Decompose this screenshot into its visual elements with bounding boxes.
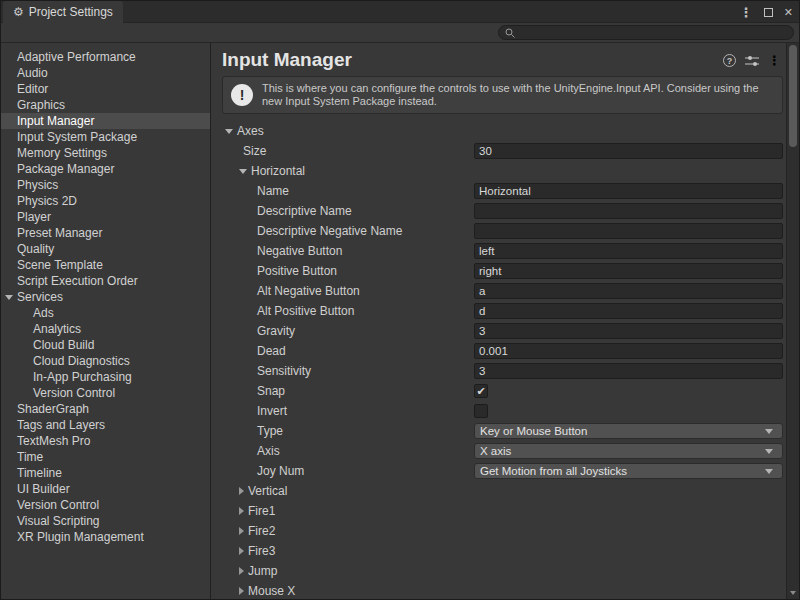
sidebar-item-physics[interactable]: Physics [1, 177, 210, 193]
sidebar-item-ads[interactable]: Ads [1, 305, 210, 321]
sidebar-item-time[interactable]: Time [1, 449, 210, 465]
invert-checkbox[interactable] [474, 404, 488, 418]
sidebar-item-adaptive-performance[interactable]: Adaptive Performance [1, 49, 210, 65]
tab-project-settings[interactable]: ⚙ Project Settings [3, 1, 123, 23]
tree-row-snap: Snap✔ [211, 381, 786, 401]
foldout-vertical[interactable]: Vertical [211, 481, 287, 501]
sidebar-item-label: Package Manager [17, 162, 114, 176]
window-controls: ⋮ ✕ [740, 1, 793, 23]
foldout-collapsed-icon[interactable] [239, 527, 244, 535]
label-positive-button: Positive Button [211, 261, 337, 281]
sidebar-item-shadergraph[interactable]: ShaderGraph [1, 401, 210, 417]
scroll-down-icon[interactable] [790, 591, 796, 595]
descriptive-name-field[interactable] [474, 203, 783, 219]
row-label: Negative Button [257, 244, 342, 258]
axis-dropdown[interactable]: X axis [474, 443, 783, 459]
sidebar-item-visual-scripting[interactable]: Visual Scripting [1, 513, 210, 529]
sensitivity-field[interactable]: 3 [474, 363, 783, 379]
sidebar-item-input-manager[interactable]: Input Manager [1, 113, 210, 129]
foldout-axes[interactable]: Axes [211, 121, 264, 141]
sidebar-item-script-execution-order[interactable]: Script Execution Order [1, 273, 210, 289]
sidebar-item-analytics[interactable]: Analytics [1, 321, 210, 337]
sidebar-item-label: Input Manager [17, 114, 94, 128]
sidebar-item-physics-2d[interactable]: Physics 2D [1, 193, 210, 209]
dead-field[interactable]: 0.001 [474, 343, 783, 359]
alt-positive-button-field[interactable]: d [474, 303, 783, 319]
sidebar-item-timeline[interactable]: Timeline [1, 465, 210, 481]
input-manager-panel: Input Manager ? ⋮ ! This is where you ca… [211, 43, 786, 599]
sidebar-item-tags-and-layers[interactable]: Tags and Layers [1, 417, 210, 433]
joy-num-dropdown[interactable]: Get Motion from all Joysticks [474, 463, 783, 479]
search-input[interactable] [519, 27, 787, 39]
tree-row-size: Size30 [211, 141, 786, 161]
sidebar-item-in-app-purchasing[interactable]: In-App Purchasing [1, 369, 210, 385]
sidebar-item-player[interactable]: Player [1, 209, 210, 225]
sidebar-item-textmesh-pro[interactable]: TextMesh Pro [1, 433, 210, 449]
sidebar-item-ui-builder[interactable]: UI Builder [1, 481, 210, 497]
foldout-collapsed-icon[interactable] [239, 567, 244, 575]
sidebar-item-cloud-diagnostics[interactable]: Cloud Diagnostics [1, 353, 210, 369]
label-size: Size [211, 141, 266, 161]
search-box[interactable] [498, 25, 794, 40]
foldout-collapsed-icon[interactable] [239, 547, 244, 555]
sidebar-item-scene-template[interactable]: Scene Template [1, 257, 210, 273]
sidebar-item-version-control[interactable]: Version Control [1, 497, 210, 513]
sidebar-item-preset-manager[interactable]: Preset Manager [1, 225, 210, 241]
foldout-collapsed-icon[interactable] [239, 587, 244, 595]
vertical-scrollbar[interactable] [786, 43, 799, 599]
type-dropdown[interactable]: Key or Mouse Button [474, 423, 783, 439]
sidebar-item-audio[interactable]: Audio [1, 65, 210, 81]
alt-negative-button-field[interactable]: a [474, 283, 783, 299]
name-field[interactable]: Horizontal [474, 183, 783, 199]
positive-button-field[interactable]: right [474, 263, 783, 279]
foldout-collapsed-icon[interactable] [239, 487, 244, 495]
help-icon[interactable]: ? [723, 54, 736, 67]
sidebar-item-services[interactable]: Services [1, 289, 210, 305]
foldout-fire1[interactable]: Fire1 [211, 501, 275, 521]
foldout-collapsed-icon[interactable] [239, 507, 244, 515]
foldout-mouse-x[interactable]: Mouse X [211, 581, 295, 599]
maximize-icon[interactable] [764, 8, 773, 17]
sidebar-item-label: Analytics [33, 322, 81, 336]
sidebar-item-label: Quality [17, 242, 54, 256]
sidebar-item-label: Scene Template [17, 258, 103, 272]
snap-checkbox[interactable]: ✔ [474, 384, 488, 398]
foldout-horizontal[interactable]: Horizontal [211, 161, 305, 181]
sidebar-item-input-system-package[interactable]: Input System Package [1, 129, 210, 145]
sidebar-item-quality[interactable]: Quality [1, 241, 210, 257]
tree-row-vertical: Vertical [211, 481, 786, 501]
close-icon[interactable]: ✕ [784, 7, 793, 18]
sidebar-item-label: In-App Purchasing [33, 370, 132, 384]
descriptive-negative-name-field[interactable] [474, 223, 783, 239]
sidebar-item-package-manager[interactable]: Package Manager [1, 161, 210, 177]
sidebar-item-version-control[interactable]: Version Control [1, 385, 210, 401]
tree-row-fire2: Fire2 [211, 521, 786, 541]
foldout-fire3[interactable]: Fire3 [211, 541, 275, 561]
sidebar-item-label: Version Control [33, 386, 115, 400]
sidebar-item-label: Adaptive Performance [17, 50, 136, 64]
row-label: Jump [248, 564, 277, 578]
settings-sidebar: Adaptive PerformanceAudioEditorGraphicsI… [1, 43, 211, 599]
sidebar-item-editor[interactable]: Editor [1, 81, 210, 97]
tree-row-negative-button: Negative Buttonleft [211, 241, 786, 261]
sidebar-item-xr-plugin-management[interactable]: XR Plugin Management [1, 529, 210, 545]
sidebar-item-memory-settings[interactable]: Memory Settings [1, 145, 210, 161]
foldout-jump[interactable]: Jump [211, 561, 277, 581]
dropdown-value: Get Motion from all Joysticks [480, 465, 627, 477]
foldout-expanded-icon[interactable] [5, 295, 13, 300]
foldout-expanded-icon[interactable] [239, 169, 247, 174]
foldout-fire2[interactable]: Fire2 [211, 521, 275, 541]
gravity-field[interactable]: 3 [474, 323, 783, 339]
sidebar-item-cloud-build[interactable]: Cloud Build [1, 337, 210, 353]
scrollbar-thumb[interactable] [789, 45, 797, 147]
sidebar-item-label: Version Control [17, 498, 99, 512]
sidebar-item-graphics[interactable]: Graphics [1, 97, 210, 113]
size-field[interactable]: 30 [474, 143, 783, 159]
foldout-expanded-icon[interactable] [225, 129, 233, 134]
panel-menu-icon[interactable]: ⋮ [768, 54, 781, 67]
presets-icon[interactable] [745, 55, 759, 67]
sidebar-item-label: Timeline [17, 466, 62, 480]
window-menu-icon[interactable]: ⋮ [740, 6, 753, 19]
row-label: Size [243, 144, 266, 158]
negative-button-field[interactable]: left [474, 243, 783, 259]
